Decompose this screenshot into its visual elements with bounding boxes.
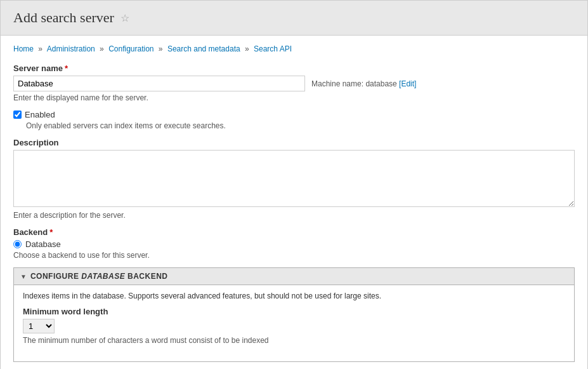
min-word-length-select[interactable]: 1 2 3 4 5 xyxy=(23,319,55,333)
min-word-description: The minimum number of characters a word … xyxy=(23,336,565,345)
breadcrumb-administration[interactable]: Administration xyxy=(47,44,95,53)
breadcrumb-configuration[interactable]: Configuration xyxy=(108,44,154,53)
backend-description: Choose a backend to use for this server. xyxy=(13,251,575,260)
description-textarea[interactable] xyxy=(13,150,575,207)
machine-name-edit-link[interactable]: [Edit] xyxy=(399,79,416,88)
description-field: Description Enter a description for the … xyxy=(13,138,575,220)
backend-label: Backend* xyxy=(13,227,575,237)
server-name-required: * xyxy=(65,64,68,73)
breadcrumb-sep-4: » xyxy=(245,44,249,53)
enabled-checkbox[interactable] xyxy=(13,111,22,119)
enabled-description: Only enabled servers can index items or … xyxy=(26,121,575,130)
breadcrumb-sep-2: » xyxy=(100,44,104,53)
backend-database-radio[interactable] xyxy=(13,240,22,248)
collapse-icon: ▼ xyxy=(20,273,27,280)
configure-description: Indexes items in the database. Supports … xyxy=(23,292,565,300)
server-name-label: Server name* xyxy=(13,64,575,73)
machine-name-display: Machine name: database [Edit] xyxy=(311,79,416,88)
page-content: Home » Administration » Configuration » … xyxy=(1,36,587,369)
breadcrumb-search-api[interactable]: Search API xyxy=(254,44,292,53)
server-name-field: Server name* Machine name: database [Edi… xyxy=(13,64,575,102)
backend-field: Backend* Database Choose a backend to us… xyxy=(13,227,575,260)
configure-box: ▼ Configure Database Backend Indexes ite… xyxy=(13,267,575,362)
breadcrumb-search-metadata[interactable]: Search and metadata xyxy=(167,44,240,53)
min-word-length-field: Minimum word length 1 2 3 4 5 The minimu… xyxy=(23,307,565,345)
description-label: Description xyxy=(13,138,575,147)
enabled-checkbox-wrapper: Enabled xyxy=(13,110,575,119)
backend-radio-wrapper: Database xyxy=(13,239,575,249)
enabled-label[interactable]: Enabled xyxy=(25,110,55,119)
configure-body: Indexes items in the database. Supports … xyxy=(14,285,574,361)
server-name-description: Enter the displayed name for the server. xyxy=(13,93,575,102)
breadcrumb-sep-3: » xyxy=(159,44,163,53)
description-help: Enter a description for the server. xyxy=(13,211,575,220)
star-icon[interactable]: ☆ xyxy=(121,12,129,24)
page-title: Add search server xyxy=(13,10,114,26)
backend-required: * xyxy=(49,227,53,237)
enabled-field: Enabled Only enabled servers can index i… xyxy=(13,110,575,130)
backend-database-label[interactable]: Database xyxy=(25,239,61,249)
page-header: Add search server ☆ xyxy=(1,1,587,36)
configure-title: Configure Database Backend xyxy=(30,272,168,281)
breadcrumb: Home » Administration » Configuration » … xyxy=(13,44,575,53)
breadcrumb-sep-1: » xyxy=(38,44,42,53)
server-name-row: Machine name: database [Edit] xyxy=(13,76,575,91)
breadcrumb-home[interactable]: Home xyxy=(13,44,34,53)
server-name-input[interactable] xyxy=(13,76,305,91)
configure-header[interactable]: ▼ Configure Database Backend xyxy=(14,268,574,285)
page-wrapper: Add search server ☆ Home » Administratio… xyxy=(0,0,588,369)
min-word-label: Minimum word length xyxy=(23,307,565,316)
